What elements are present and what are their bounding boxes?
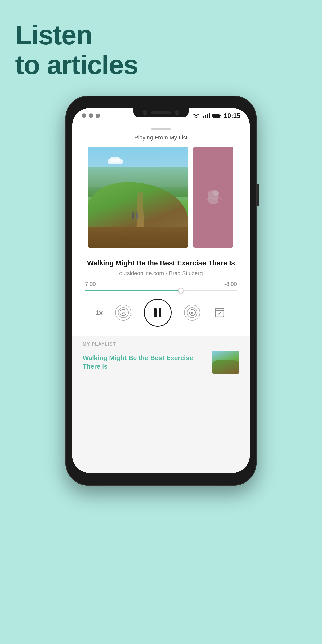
svg-point-0 <box>195 117 197 118</box>
dot-2 <box>89 113 93 118</box>
playlist-item-info: Walking Might Be the Best Exercise There… <box>83 354 207 371</box>
progress-bar[interactable] <box>85 290 237 291</box>
svg-marker-6 <box>123 309 125 311</box>
playlist-section-label: MY PLAYLIST <box>83 342 239 347</box>
archive-icon <box>213 306 226 319</box>
svg-point-4 <box>213 190 219 196</box>
pause-icon <box>154 308 161 317</box>
playlist-item-title: Walking Might Be the Best Exercise There… <box>83 354 207 371</box>
playlist-section: MY PLAYLIST Walking Might Be the Best Ex… <box>72 336 250 473</box>
archive-button[interactable] <box>213 306 226 319</box>
playback-controls: 1x 15 <box>72 294 250 332</box>
app-content: Playing From My List <box>72 123 250 473</box>
pause-bar-left <box>154 308 157 317</box>
svg-rect-2 <box>213 114 220 117</box>
wifi-icon <box>192 113 200 118</box>
playing-from-label: Playing From My List <box>72 134 250 141</box>
time-elapsed: 7:00 <box>85 281 96 287</box>
phone-mockup: 10:15 Playing From My List <box>65 96 257 486</box>
phone-speaker <box>151 111 171 114</box>
speed-button[interactable]: 1x <box>96 309 103 317</box>
playlist-thumbnail <box>212 351 239 374</box>
progress-section[interactable]: 7:00 -8:00 <box>72 281 250 291</box>
playlist-item[interactable]: Walking Might Be the Best Exercise There… <box>83 351 239 374</box>
progress-fill <box>85 290 181 291</box>
album-carousel[interactable] <box>72 147 250 253</box>
status-icons: 10:15 <box>192 112 241 120</box>
track-info: Walking Might Be the Best Exercise There… <box>72 259 250 277</box>
front-camera-2 <box>175 110 179 115</box>
battery-icon <box>212 113 221 118</box>
forward-button[interactable]: 15 <box>184 305 200 321</box>
rewind-icon: 15 <box>118 307 129 318</box>
dot-3 <box>96 114 100 118</box>
front-camera <box>143 110 147 115</box>
rewind-button[interactable]: 15 <box>115 305 131 321</box>
forward-icon: 15 <box>187 307 198 318</box>
album-art-side <box>193 147 233 248</box>
signal-icon <box>203 113 210 118</box>
hero-title-line2: to articles <box>15 50 138 80</box>
svg-text:15: 15 <box>122 311 125 314</box>
phone-screen: 10:15 Playing From My List <box>72 108 250 473</box>
landscape-image <box>88 147 188 248</box>
time-remaining: -8:00 <box>224 281 237 287</box>
time-labels: 7:00 -8:00 <box>85 281 237 287</box>
pause-button[interactable] <box>144 299 172 327</box>
track-meta: outsideonline.com • Brad Stulberg <box>83 270 239 277</box>
track-title: Walking Might Be the Best Exercise There… <box>83 259 239 268</box>
status-dots <box>82 113 100 118</box>
svg-marker-9 <box>191 309 192 311</box>
pause-bar-right <box>159 308 161 317</box>
album-art-main <box>88 147 188 248</box>
svg-text:15: 15 <box>191 311 194 314</box>
status-time: 10:15 <box>224 112 241 120</box>
hero-title-line1: Listen <box>15 20 92 50</box>
dot-1 <box>82 113 86 118</box>
svg-rect-11 <box>215 308 224 317</box>
side-card-icon <box>203 187 223 207</box>
hero-section: Listen to articles <box>15 20 138 80</box>
progress-thumb[interactable] <box>178 288 184 293</box>
svg-rect-3 <box>220 115 221 116</box>
hero-title: Listen to articles <box>15 20 138 80</box>
phone-notch <box>133 108 189 117</box>
drag-handle[interactable] <box>151 128 171 130</box>
